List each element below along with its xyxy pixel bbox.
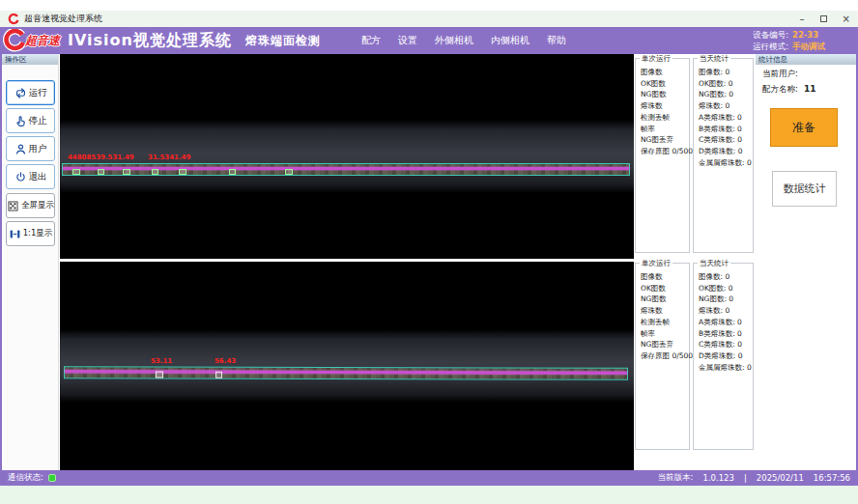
stat-row: B类熔珠数: 0 [699,124,753,135]
window-title: 超音速视觉处理系统 [24,13,102,25]
menu-item[interactable]: 设置 [398,34,417,47]
version-value: 1.0.123 [702,473,733,483]
status-bar: 通信状态: 当前版本: 1.0.123 | 2025/02/11 16:57:5… [0,470,858,486]
stat-row: 保存原图 0/500 [641,146,689,157]
stat-row: NG图数: 0 [699,294,753,305]
operation-sidebar: 操作区 运行 停止 用户 [2,54,59,470]
today-stats-groupbox: 当天统计 图像数: 0OK图数: 0NG图数: 0熔珠数: 0A类熔珠数: 0B… [693,58,754,253]
stat-row: A类熔珠数: 0 [699,112,753,124]
stat-row: 熔珠数: 0 [699,305,753,317]
today-stats-title: 当天统计 [698,259,730,268]
stat-row: 熔珠数 [641,305,689,317]
stat-row: A类熔珠数: 0 [699,317,753,328]
stat-row: OK图数: 0 [699,78,753,90]
info-panel-header: 统计信息 [756,54,856,65]
run-mode-label: 运行模式: [738,41,788,53]
one-to-one-button[interactable]: 1:1显示 [6,221,55,246]
fullscreen-button-label: 全屏显示 [21,200,54,211]
app-header: 超音速 IVision视觉处理系统 熔珠端面检测 配方设置外侧相机内侧相机帮助 … [0,27,858,54]
defect-box [215,372,222,378]
hand-icon [14,115,27,127]
fullscreen-grid-icon [7,200,19,212]
single-run-title: 单次运行 [640,259,672,268]
data-statistics-button[interactable]: 数据统计 [772,171,837,207]
bead-centerline [65,370,627,375]
stat-row: 图像数: 0 [699,67,753,78]
device-number-value: 22-33 [792,29,846,42]
stat-row: 熔珠数: 0 [699,100,753,112]
maximize-button[interactable] [820,15,827,22]
device-number-label: 设备编号: [738,29,788,42]
recipe-name-value: 11 [804,84,816,96]
menu-item[interactable]: 配方 [361,34,381,47]
single-run-title: 单次运行 [640,54,672,64]
recipe-name-label: 配方名称: [762,84,798,96]
bead-detection-box [62,163,630,176]
stat-row: C类熔珠数: 0 [699,339,753,350]
stat-row: OK图数: 0 [699,283,753,294]
defect-box [98,169,104,175]
prepare-button[interactable]: 准备 [770,108,838,147]
inner-camera-view: 53.11 56.43 [60,262,634,470]
stat-row: 金属屑熔珠数: 0 [699,157,753,169]
stop-button[interactable]: 停止 [6,108,55,133]
user-button-label: 用户 [29,143,47,155]
stat-row: 金属屑熔珠数: 0 [699,362,753,374]
exit-button-label: 退出 [29,171,47,183]
version-label: 当前版本: [658,472,694,484]
stat-row: OK图数 [641,78,689,90]
outer-camera-view: 44808539.531.49 31.5341.49 [60,54,634,259]
stat-row: 帧率 [641,124,689,135]
one-to-one-button-label: 1:1显示 [23,228,53,239]
today-stats-rows: 图像数: 0OK图数: 0NG图数: 0熔珠数: 0A类熔珠数: 0B类熔珠数:… [694,264,753,373]
minimize-button[interactable]: – [800,14,805,24]
comm-status-label: 通信状态: [8,472,43,484]
today-stats-rows: 图像数: 0OK图数: 0NG图数: 0熔珠数: 0A类熔珠数: 0B类熔珠数:… [694,59,753,168]
measurement-label-a: 53.11 [151,357,172,365]
run-button[interactable]: 运行 [6,80,55,105]
stop-button-label: 停止 [29,115,47,127]
stat-row: OK图数 [641,283,689,294]
today-stats-groupbox: 当天统计 图像数: 0OK图数: 0NG图数: 0熔珠数: 0A类熔珠数: 0B… [693,263,754,450]
menu-item[interactable]: 帮助 [547,34,566,47]
info-panel: 统计信息 当前用户: 配方名称: 11 准备 数据统计 [756,54,856,470]
person-icon [14,143,27,155]
stat-row: D类熔珠数: 0 [699,350,753,362]
single-run-groupbox: 单次运行 图像数OK图数NG图数熔珠数检测丢帧帧率NG图丢弃保存原图 0/500 [635,58,690,253]
user-button[interactable]: 用户 [6,136,55,161]
today-stats-title: 当天统计 [698,54,730,64]
defect-box [156,371,163,378]
exit-button[interactable]: 退出 [6,164,55,189]
bead-centerline [63,167,629,170]
defect-box [152,169,158,175]
run-button-label: 运行 [29,87,47,99]
comm-status-indicator [48,474,56,482]
defect-box [72,169,80,175]
statusbar-date: 2025/02/11 [757,473,804,483]
window-titlebar: 超音速视觉处理系统 – × [0,11,858,27]
defect-box [285,169,293,175]
stat-row: 帧率 [641,328,689,340]
defect-box [179,169,186,175]
stat-row: C类熔珠数: 0 [699,134,753,146]
close-button[interactable]: × [843,14,850,24]
brand-logo: 超音速 [2,29,60,52]
desktop-strip [0,486,858,504]
fullscreen-button[interactable]: 全屏显示 [6,193,55,218]
menu-item[interactable]: 内侧相机 [491,34,529,47]
stat-row: B类熔珠数: 0 [699,328,753,340]
stat-row: 检测丢帧 [641,317,689,328]
statistics-panels: 单次运行 图像数OK图数NG图数熔珠数检测丢帧帧率NG图丢弃保存原图 0/500… [635,54,755,470]
stat-row: 图像数 [641,67,689,78]
bead-detection-box [64,366,628,380]
statusbar-time: 16:57:56 [814,473,850,483]
screen: 超音速视觉处理系统 – × 超音速 IVision视觉处理系统 熔珠端面检测 配… [0,0,858,504]
device-info: 设备编号: 22-33 运行模式: 手动调试 [738,29,846,53]
loop-arrows-icon [14,87,27,99]
statusbar-separator: | [744,473,747,483]
menu-item[interactable]: 外侧相机 [435,34,473,47]
app-logo-icon [8,14,19,25]
stat-row: NG图丢弃 [641,134,689,146]
stat-row: 图像数 [641,271,689,283]
defect-box [123,169,130,175]
